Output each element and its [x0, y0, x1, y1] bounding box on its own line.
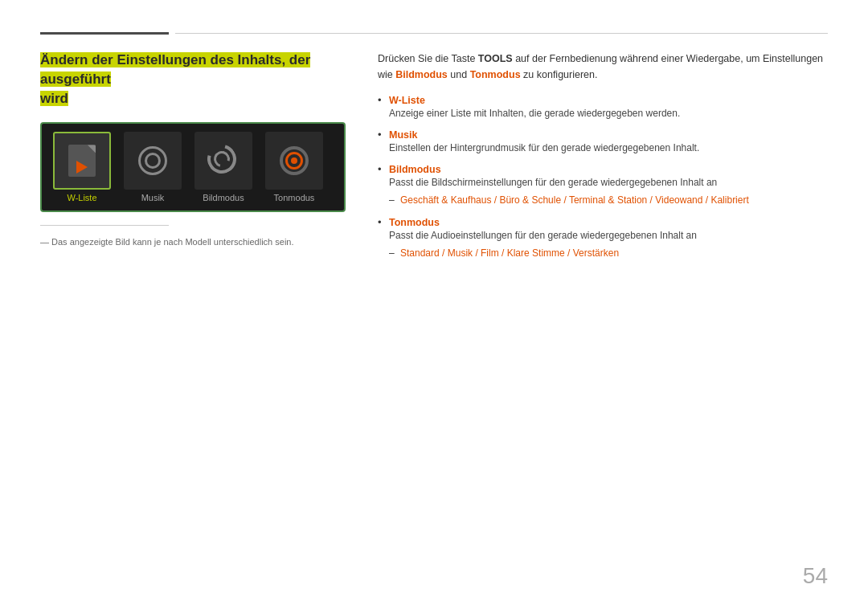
- bildmodus-icon: [207, 145, 240, 177]
- bildmodus-sub-text: Geschäft & Kaufhaus / Büro & Schule / Te…: [400, 194, 749, 206]
- tonmodus-icon: [280, 146, 309, 175]
- page-number: 54: [803, 563, 828, 589]
- bullet-tonmodus-title: Tonmodus: [389, 217, 440, 228]
- title-highlight: Ändern der Einstellungen des Inhalts, de…: [40, 52, 310, 87]
- bullet-tonmodus: Tonmodus Passt die Audioeinstellungen fü…: [378, 216, 828, 261]
- title-highlight2: wird: [40, 91, 68, 106]
- tonmodus-sub-text: Standard / Musik / Film / Klare Stimme /…: [400, 247, 619, 259]
- bildmodus-label: Bildmodus: [203, 193, 244, 202]
- tools-keyword: TOOLS: [478, 53, 513, 64]
- file-icon: [68, 145, 96, 177]
- bullet-list: W-Liste Anzeige einer Liste mit Inhalten…: [378, 94, 828, 261]
- musik-label: Musik: [141, 193, 165, 202]
- bullet-wliste-title: W-Liste: [389, 95, 425, 106]
- media-item-tonmodus[interactable]: Tonmodus: [262, 132, 326, 202]
- left-column: Ändern der Einstellungen des Inhalts, de…: [40, 51, 346, 269]
- bildmodus-sub-bullet: Geschäft & Kaufhaus / Büro & Schule / Te…: [389, 193, 828, 208]
- bildmodus-icon-box: [194, 132, 252, 190]
- bullet-musik: Musik Einstellen der Hintergrundmusik fü…: [378, 129, 828, 155]
- intro-text3: und: [448, 69, 470, 80]
- footnote-divider: [40, 225, 169, 226]
- bullet-tonmodus-desc: Passt die Audioeinstellungen für den ger…: [389, 230, 697, 241]
- page-title: Ändern der Einstellungen des Inhalts, de…: [40, 51, 346, 108]
- media-item-wliste[interactable]: W-Liste: [50, 132, 114, 202]
- content-area: Ändern der Einstellungen des Inhalts, de…: [40, 51, 828, 269]
- divider-thin: [175, 33, 828, 34]
- tonmodus-keyword: Tonmodus: [470, 69, 521, 80]
- intro-text1: Drücken Sie die Taste: [378, 53, 478, 64]
- bullet-wliste: W-Liste Anzeige einer Liste mit Inhalten…: [378, 94, 828, 121]
- media-player: W-Liste Musik: [40, 122, 346, 212]
- wliste-label: W-Liste: [67, 193, 96, 202]
- bullet-bildmodus-title: Bildmodus: [389, 164, 441, 175]
- tonmodus-icon-box: [265, 132, 323, 190]
- bullet-wliste-desc: Anzeige einer Liste mit Inhalten, die ge…: [389, 108, 680, 119]
- media-item-musik[interactable]: Musik: [121, 132, 185, 202]
- bullet-musik-desc: Einstellen der Hintergrundmusik für den …: [389, 142, 699, 153]
- bullet-bildmodus: Bildmodus Passt die Bildschirmeinstellun…: [378, 163, 828, 208]
- intro-paragraph: Drücken Sie die Taste TOOLS auf der Fern…: [378, 51, 828, 83]
- tonmodus-sub-bullet: Standard / Musik / Film / Klare Stimme /…: [389, 246, 828, 261]
- media-item-bildmodus[interactable]: Bildmodus: [191, 132, 256, 202]
- divider-thick: [40, 32, 169, 35]
- bildmodus-keyword: Bildmodus: [395, 69, 448, 80]
- footnote-text: Das angezeigte Bild kann je nach Modell …: [40, 237, 346, 247]
- bullet-bildmodus-desc: Passt die Bildschirmeinstellungen für de…: [389, 177, 717, 188]
- tonmodus-label: Tonmodus: [274, 193, 315, 202]
- page-container: Ändern der Einstellungen des Inhalts, de…: [0, 0, 868, 613]
- right-column: Drücken Sie die Taste TOOLS auf der Fern…: [378, 51, 828, 269]
- bullet-musik-title: Musik: [389, 129, 417, 141]
- intro-text4: zu konfigurieren.: [521, 69, 598, 80]
- file-play-icon: [76, 161, 88, 174]
- top-dividers: [40, 32, 828, 35]
- wliste-icon-box: [53, 132, 111, 190]
- musik-icon-box: [124, 132, 182, 190]
- music-icon: [138, 146, 167, 175]
